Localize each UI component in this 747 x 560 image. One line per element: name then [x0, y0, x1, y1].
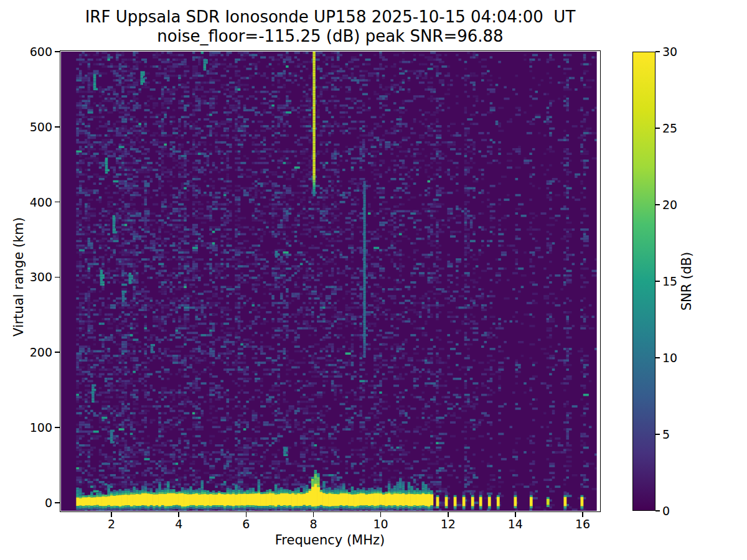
x-tick-label: 2 — [93, 517, 130, 531]
colorbar-tick-mark — [655, 128, 660, 129]
colorbar-tick-label: 5 — [662, 427, 670, 441]
x-tick-mark — [380, 512, 382, 517]
y-tick-label: 0 — [16, 496, 52, 510]
y-tick-label: 200 — [16, 345, 52, 359]
x-tick-label: 14 — [497, 517, 534, 531]
x-tick-label: 16 — [564, 517, 601, 531]
x-tick-mark — [448, 512, 449, 517]
colorbar-tick-label: 15 — [662, 274, 677, 288]
x-tick-label: 8 — [294, 517, 332, 531]
y-tick-mark — [55, 126, 60, 128]
colorbar-tick-label: 10 — [662, 351, 677, 365]
y-tick-mark — [55, 202, 60, 203]
x-tick-label: 6 — [227, 517, 265, 531]
y-tick-label: 400 — [16, 195, 52, 209]
x-tick-mark — [313, 512, 314, 517]
x-tick-label: 10 — [362, 517, 400, 531]
colorbar-tick-label: 25 — [662, 121, 677, 135]
y-tick-label: 100 — [16, 421, 52, 434]
x-tick-label: 4 — [160, 517, 197, 531]
x-tick-mark — [178, 512, 179, 517]
colorbar-tick-label: 20 — [662, 198, 677, 212]
colorbar-tick-label: 30 — [662, 45, 677, 58]
colorbar-tick-mark — [655, 281, 660, 282]
x-tick-label: 12 — [430, 517, 467, 531]
ionogram-figure: IRF Uppsala SDR Ionosonde UP158 2025-10-… — [0, 0, 747, 560]
colorbar-label: SNR (dB) — [679, 252, 694, 310]
colorbar-tick-mark — [655, 510, 660, 511]
x-tick-mark — [246, 512, 247, 517]
plot-title: IRF Uppsala SDR Ionosonde UP158 2025-10-… — [61, 7, 599, 27]
y-tick-mark — [55, 51, 60, 52]
y-tick-mark — [55, 352, 60, 353]
y-tick-mark — [55, 427, 60, 428]
x-axis-label: Frequency (MHz) — [275, 533, 385, 548]
colorbar-tick-label: 0 — [662, 504, 670, 518]
plot-subtitle: noise_floor=-115.25 (dB) peak SNR=96.88 — [61, 27, 599, 46]
y-tick-mark — [55, 277, 60, 278]
colorbar-tick-mark — [655, 434, 660, 435]
y-tick-label: 300 — [16, 270, 52, 284]
y-tick-mark — [55, 502, 60, 503]
colorbar — [632, 52, 655, 511]
x-tick-mark — [582, 512, 583, 517]
colorbar-tick-mark — [655, 51, 660, 52]
x-tick-mark — [515, 512, 516, 517]
y-tick-label: 600 — [16, 45, 52, 58]
colorbar-tick-mark — [655, 357, 660, 358]
ionogram-heatmap — [61, 52, 599, 511]
y-tick-label: 500 — [16, 120, 52, 134]
x-tick-mark — [111, 512, 112, 517]
colorbar-tick-mark — [655, 204, 660, 205]
title-block: IRF Uppsala SDR Ionosonde UP158 2025-10-… — [61, 7, 599, 46]
